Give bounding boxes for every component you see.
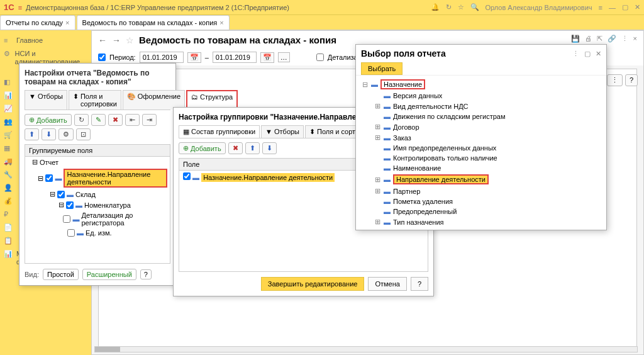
tree-item[interactable]: ▬Наименование [361, 163, 601, 173]
tree-item[interactable]: ⊞▬Тип назначения [361, 217, 601, 227]
maximize-icon[interactable]: ▢ [622, 3, 628, 11]
search-icon[interactable]: 🔍 [470, 3, 479, 11]
close-icon[interactable]: ✕ [635, 3, 640, 11]
row-checkbox[interactable] [63, 215, 70, 223]
row-checkbox[interactable] [57, 191, 65, 198]
up-button[interactable]: ⬆ [245, 142, 260, 154]
period-more-icon[interactable]: … [278, 52, 290, 62]
back-icon[interactable]: ← [98, 35, 107, 45]
print-icon[interactable]: 🖨 [585, 35, 592, 43]
down-button[interactable]: ⬇ [42, 128, 56, 140]
tree-root[interactable]: ⊟ ▬ Назначение [361, 78, 601, 91]
collapse-icon[interactable]: ⊟ [38, 174, 43, 183]
tree-item[interactable]: ▬Пометка удаления [361, 196, 601, 206]
expand-icon[interactable]: ⊞ [374, 218, 381, 226]
tree-row-ed[interactable]: ▬ Ед. изм. [25, 228, 170, 238]
tree-item[interactable]: ⊞▬Вид деятельности НДС [361, 101, 601, 111]
delete-button[interactable]: ✖ [228, 142, 243, 154]
tool-button[interactable]: ⚙ [58, 128, 74, 140]
maximize-icon[interactable]: ▢ [584, 50, 591, 58]
close-icon[interactable]: × [633, 35, 637, 43]
history-icon[interactable]: ↻ [446, 3, 452, 11]
tree-row-nomen[interactable]: ⊟ ▬ Номенклатура [25, 200, 170, 210]
row-checkbox[interactable] [45, 174, 53, 182]
star-icon[interactable]: ☆ [458, 3, 464, 11]
scrollbar-thumb[interactable] [95, 347, 120, 352]
down-button[interactable]: ⬇ [262, 142, 277, 154]
help-button[interactable]: ? [140, 269, 152, 279]
collapse-icon[interactable]: ⊟ [361, 81, 369, 89]
add-button[interactable]: ⊕Добавить [25, 114, 72, 126]
collapse-icon[interactable]: ⊟ [58, 201, 64, 209]
tool-button[interactable]: ⇤ [125, 114, 140, 126]
period-checkbox[interactable] [98, 54, 106, 61]
select-button[interactable]: Выбрать [361, 62, 402, 75]
delete-button[interactable]: ✖ [108, 114, 123, 126]
close-icon[interactable]: ✕ [596, 50, 601, 58]
finish-button[interactable]: Завершить редактирование [261, 277, 365, 291]
tab-reports[interactable]: Отчеты по складу × [0, 15, 75, 30]
settings-icon[interactable]: ≡ [599, 4, 602, 11]
tool-button[interactable]: ↻ [74, 114, 89, 126]
scrollbar-horizontal[interactable] [94, 346, 638, 352]
tab-current[interactable]: Ведомость по товарам на складах - копия … [77, 15, 230, 30]
edit-button[interactable]: ✎ [91, 114, 106, 126]
tree-item[interactable]: ▬Предопределенный [361, 206, 601, 217]
collapse-icon[interactable]: ⊟ [32, 158, 38, 166]
tree-item[interactable]: ▬Контролировать только наличие [361, 153, 601, 163]
expand-icon[interactable]: ⊞ [374, 133, 381, 142]
close-icon[interactable]: × [65, 19, 69, 26]
forward-icon[interactable]: → [112, 35, 121, 45]
date-to-input[interactable] [213, 52, 257, 63]
detail-checkbox[interactable] [316, 54, 324, 61]
tree-row-report[interactable]: ⊟ Отчет [25, 157, 170, 167]
tree-row-detail[interactable]: ▬ Детализация до регистратора [25, 210, 170, 228]
tool-button[interactable]: ⊡ [76, 128, 91, 140]
tree-item[interactable]: ▬Имя предопределенных данных [361, 143, 601, 153]
expand-icon[interactable]: ⊞ [374, 187, 381, 195]
hamburger-icon[interactable]: ≡ [18, 4, 22, 11]
more-icon[interactable]: ⋮ [621, 35, 628, 43]
tree-item[interactable]: ▬Версия данных [361, 91, 601, 101]
calendar-icon[interactable]: 📅 [260, 52, 274, 63]
collapse-icon[interactable]: ⊟ [50, 190, 55, 198]
tree-item[interactable]: ⊞▬Направление деятельности [361, 173, 601, 186]
view-simple-button[interactable]: Простой [43, 269, 79, 280]
add-button[interactable]: ⊕Добавить [179, 142, 226, 154]
expand-icon[interactable]: ⊞ [374, 176, 381, 184]
expand-icon[interactable]: ⊞ [374, 102, 381, 110]
row-checkbox[interactable] [67, 229, 75, 237]
link-icon[interactable]: 🔗 [608, 35, 616, 43]
tree-item[interactable]: ⊞▬Заказ [361, 132, 601, 143]
calendar-icon[interactable]: 📅 [187, 52, 201, 63]
more-icon[interactable]: ⋮ [572, 50, 579, 58]
help-button[interactable]: ? [411, 277, 428, 291]
close-icon[interactable]: × [219, 19, 223, 26]
tab-filters[interactable]: ▼Отборы [261, 125, 304, 138]
help-button[interactable]: ? [625, 74, 638, 86]
minimize-icon[interactable]: — [609, 4, 616, 11]
tab-composition[interactable]: ▦Состав группировки [179, 125, 260, 138]
tree-item[interactable]: ▬Движения по складским регистрам [361, 111, 601, 121]
tree-item[interactable]: ⊞▬Договор [361, 121, 601, 132]
row-checkbox[interactable] [183, 172, 191, 180]
tab-sort[interactable]: ⬍Поля и сортировки [69, 90, 121, 110]
cancel-button[interactable]: Отмена [368, 277, 406, 291]
tree-item[interactable]: ⊞▬Партнер [361, 186, 601, 196]
bell-icon[interactable]: 🔔 [431, 3, 440, 11]
tree-row-naznach[interactable]: ⊟ ▬ Назначение.Направление деятельности [25, 167, 170, 189]
export-icon[interactable]: ⇱ [597, 35, 602, 43]
more-button[interactable]: ⋮ [607, 74, 623, 86]
tool-button[interactable]: ⇥ [142, 114, 157, 126]
tab-filters[interactable]: ▼Отборы [25, 90, 67, 110]
view-extended-button[interactable]: Расширенный [82, 269, 136, 280]
user-name[interactable]: Орлов Александр Владимирович [486, 4, 592, 11]
tree-row-sklad[interactable]: ⊟ ▬ Склад [25, 189, 170, 200]
expand-icon[interactable]: ⊞ [374, 123, 381, 131]
save-icon[interactable]: 💾 [571, 35, 580, 43]
favorite-icon[interactable]: ☆ [126, 35, 134, 45]
sidebar-item-main[interactable]: ≡ Главное [0, 34, 91, 47]
date-from-input[interactable] [140, 52, 184, 63]
row-checkbox[interactable] [66, 201, 74, 209]
up-button[interactable]: ⬆ [25, 128, 39, 140]
